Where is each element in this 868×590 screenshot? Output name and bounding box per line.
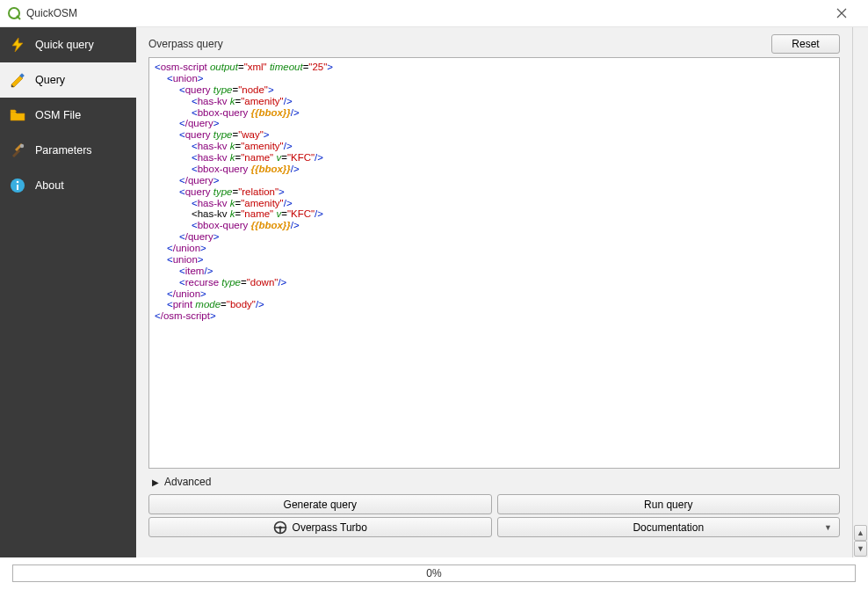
sidebar-item-label: About xyxy=(35,179,64,192)
vertical-scroll: ▲ ▼ xyxy=(852,27,868,557)
pencil-icon xyxy=(9,71,26,89)
sidebar-item-label: OSM File xyxy=(35,109,81,121)
svg-point-5 xyxy=(20,144,24,148)
query-editor[interactable]: <osm-script output="xml" timeout="25"><u… xyxy=(148,57,840,469)
generate-query-button[interactable]: Generate query xyxy=(148,494,492,514)
window-title: QuickOSM xyxy=(26,7,77,19)
progress-bar-container: 0% xyxy=(0,557,868,589)
svg-point-8 xyxy=(17,181,19,184)
button-label: Run query xyxy=(644,499,692,511)
documentation-button[interactable]: Documentation ▼ xyxy=(497,517,841,537)
section-title: Overpass query xyxy=(148,38,771,50)
svg-marker-1 xyxy=(12,38,23,52)
run-query-button[interactable]: Run query xyxy=(497,494,841,514)
titlebar: QuickOSM xyxy=(0,0,868,27)
advanced-toggle[interactable]: ▶ Advanced xyxy=(148,472,840,492)
progress-bar: 0% xyxy=(12,565,856,582)
info-icon xyxy=(9,177,26,194)
folder-icon xyxy=(9,106,26,124)
sidebar: Quick query Query OSM File Parameters Ab… xyxy=(0,27,136,557)
sidebar-item-query[interactable]: Query xyxy=(0,62,136,98)
bolt-icon xyxy=(9,36,26,54)
overpass-turbo-button[interactable]: Overpass Turbo xyxy=(148,517,492,537)
progress-text: 0% xyxy=(426,567,441,579)
scroll-up-button[interactable]: ▲ xyxy=(854,525,867,541)
sidebar-item-label: Parameters xyxy=(35,144,92,157)
svg-marker-2 xyxy=(11,76,23,87)
sidebar-item-parameters[interactable]: Parameters xyxy=(0,133,136,168)
sidebar-item-quick-query[interactable]: Quick query xyxy=(0,27,136,62)
sidebar-item-label: Query xyxy=(35,74,65,86)
app-logo-icon xyxy=(7,6,21,20)
button-label: Generate query xyxy=(284,499,357,511)
steering-wheel-icon xyxy=(273,521,287,535)
svg-rect-7 xyxy=(17,185,18,190)
tools-icon xyxy=(9,142,26,159)
sidebar-item-about[interactable]: About xyxy=(0,168,136,203)
chevron-down-icon: ▼ xyxy=(824,523,832,532)
sidebar-item-label: Quick query xyxy=(35,39,94,51)
button-label: Documentation xyxy=(633,521,704,534)
scroll-down-button[interactable]: ▼ xyxy=(854,541,867,557)
reset-button[interactable]: Reset xyxy=(771,34,840,54)
chevron-right-icon: ▶ xyxy=(152,477,159,487)
window-close-button[interactable] xyxy=(822,1,861,25)
button-label: Overpass Turbo xyxy=(293,521,367,534)
close-icon xyxy=(836,8,847,18)
sidebar-item-osm-file[interactable]: OSM File xyxy=(0,98,136,133)
section-header: Overpass query Reset xyxy=(148,34,840,54)
advanced-label: Advanced xyxy=(164,476,211,488)
